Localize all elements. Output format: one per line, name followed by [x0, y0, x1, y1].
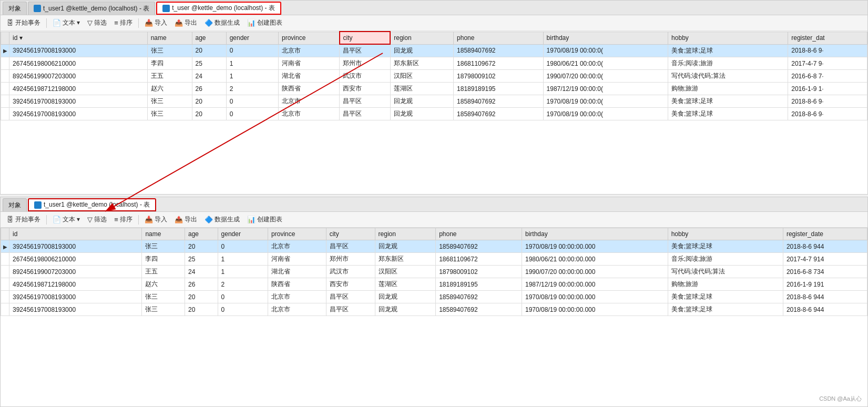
cell-register-dat: 2017-4-7 9·	[788, 57, 867, 70]
top-col-register-dat[interactable]: register_dat	[788, 32, 867, 44]
bottom-filter-label: 筛选	[94, 215, 107, 224]
bottom-filter-btn[interactable]: ▽ 筛选	[84, 214, 110, 225]
top-col-age[interactable]: age	[192, 32, 226, 44]
bottom-table-row[interactable]: 392456197008193000 张三 20 0 北京市 昌平区 回龙观 1…	[1, 303, 867, 316]
bottom-col-age[interactable]: age	[185, 228, 218, 240]
bottom-col-register-date[interactable]: register_date	[783, 228, 867, 240]
bottom-col-region[interactable]: region	[375, 228, 436, 240]
cell-birthday: 1980/06/21 00:00:0(	[543, 57, 668, 70]
bottom-table-row[interactable]: 892456199007203000 王五 24 1 湖北省 武汉市 汉阳区 1…	[1, 266, 867, 278]
top-table-row[interactable]: 492456198712198000 赵六 26 2 陕西省 西安市 莲湖区 1…	[1, 83, 867, 95]
bottom-chart-btn[interactable]: 📊 创建图表	[244, 214, 285, 225]
bottom-col-hobby[interactable]: hobby	[668, 228, 783, 240]
top-export-btn[interactable]: 📤 导出	[171, 17, 200, 28]
cell-register-dat: 2016-6-8 7·	[788, 70, 867, 83]
top-begin-transaction-btn[interactable]: 🗄 开始事务	[4, 17, 44, 28]
bottom-col-city[interactable]: city	[326, 228, 375, 240]
bottom-tab-objects[interactable]: 对象	[3, 198, 27, 211]
top-table-row[interactable]: 392456197008193000 张三 20 0 北京市 昌平区 回龙观 1…	[1, 108, 867, 120]
bottom-table-wrapper[interactable]: id name age gender province city region …	[1, 228, 867, 406]
cell-name: 李四	[147, 57, 192, 70]
top-divider-1	[46, 18, 47, 28]
top-col-province[interactable]: province	[279, 32, 340, 44]
top-text-btn[interactable]: 📄 文本 ▾	[49, 17, 83, 28]
cell-birthday: 1970/08/19 00:00:0(	[543, 108, 668, 120]
bottom-import-icon: 📥	[145, 216, 153, 223]
cell-register-dat: 2018-8-6 9·	[788, 108, 867, 120]
cell-id: 392456197008193000	[9, 291, 142, 303]
cell-region: 郑东新区	[375, 253, 436, 266]
top-tab-t-user1[interactable]: t_user1 @kettle_demo (localhost) - 表	[28, 2, 155, 15]
cell-name: 张三	[147, 108, 192, 120]
bottom-col-birthday[interactable]: birthday	[522, 228, 668, 240]
bottom-col-name[interactable]: name	[142, 228, 185, 240]
cell-region: 回龙观	[375, 303, 436, 316]
top-table-row[interactable]: 892456199007203000 王五 24 1 湖北省 武汉市 汉阳区 1…	[1, 70, 867, 83]
cell-phone: 18589407692	[454, 95, 543, 108]
top-tab-objects[interactable]: 对象	[3, 2, 27, 15]
top-col-name[interactable]: name	[147, 32, 192, 44]
cell-register-date: 2016-1-9 191	[783, 278, 867, 291]
top-tab-t-user[interactable]: t_user @kettle_demo (localhost) - 表	[156, 2, 281, 15]
bottom-col-province[interactable]: province	[268, 228, 326, 240]
top-filter-btn[interactable]: ▽ 筛选	[84, 17, 110, 28]
cell-name: 张三	[142, 303, 185, 316]
top-col-id[interactable]: id ▾	[9, 32, 148, 44]
bottom-table-row[interactable]: 267456198006210000 李四 25 1 河南省 郑州市 郑东新区 …	[1, 253, 867, 266]
bottom-tab-t-user1[interactable]: t_user1 @kettle_demo (localhost) - 表	[28, 198, 156, 211]
cell-province: 河南省	[268, 253, 326, 266]
row-marker	[1, 303, 9, 316]
top-tab-t-user1-icon	[34, 5, 41, 12]
top-tab-objects-label: 对象	[8, 4, 21, 13]
top-table-row[interactable]: 267456198006210000 李四 25 1 河南省 郑州市 郑东新区 …	[1, 57, 867, 70]
cell-age: 26	[192, 83, 226, 95]
text-icon: 📄	[53, 19, 61, 27]
top-col-hobby[interactable]: hobby	[668, 32, 788, 44]
top-datagen-btn[interactable]: 🔷 数据生成	[201, 17, 243, 28]
cell-name: 张三	[147, 44, 192, 57]
chart-label: 创建图表	[257, 18, 282, 27]
top-col-gender[interactable]: gender	[226, 32, 278, 44]
top-chart-btn[interactable]: 📊 创建图表	[244, 17, 285, 28]
top-table-row[interactable]: 392456197008193000 张三 20 0 北京市 昌平区 回龙观 1…	[1, 95, 867, 108]
top-tab-t-user-label: t_user @kettle_demo (localhost) - 表	[172, 4, 275, 13]
bottom-table-row[interactable]: 392456197008193000 张三 20 0 北京市 昌平区 回龙观 1…	[1, 291, 867, 303]
cell-birthday: 1990/07/20 00:00:00.000	[522, 266, 668, 278]
bottom-col-marker	[1, 228, 9, 240]
bottom-import-btn[interactable]: 📥 导入	[141, 214, 170, 225]
cell-city: 昌平区	[340, 108, 391, 120]
top-col-region[interactable]: region	[390, 32, 453, 44]
top-table-wrapper[interactable]: id ▾ name age gender province city regio…	[1, 31, 867, 194]
cell-birthday: 1970/08/19 00:00:0(	[543, 44, 668, 57]
bottom-col-phone[interactable]: phone	[436, 228, 522, 240]
bottom-begin-transaction-btn[interactable]: 🗄 开始事务	[4, 214, 44, 225]
bottom-datagen-icon: 🔷	[205, 216, 213, 223]
bottom-table-row[interactable]: ▶ 392456197008193000 张三 20 0 北京市 昌平区 回龙观…	[1, 240, 867, 253]
top-col-phone[interactable]: phone	[454, 32, 543, 44]
top-col-city[interactable]: city	[340, 32, 391, 44]
bottom-export-btn[interactable]: 📤 导出	[171, 214, 200, 225]
bottom-divider-2	[138, 215, 139, 225]
bottom-table-row[interactable]: 492456198712198000 赵六 26 2 陕西省 西安市 莲湖区 1…	[1, 278, 867, 291]
bottom-text-btn[interactable]: 📄 文本 ▾	[49, 214, 83, 225]
bottom-chart-label: 创建图表	[257, 215, 282, 224]
cell-hobby: 美食;篮球;足球	[668, 44, 788, 57]
top-panel: 对象 t_user1 @kettle_demo (localhost) - 表 …	[0, 0, 868, 195]
cell-province: 北京市	[279, 44, 340, 57]
bottom-sort-label: 排序	[120, 215, 132, 224]
top-import-btn[interactable]: 📥 导入	[141, 17, 170, 28]
cell-phone: 18189189195	[454, 83, 543, 95]
cell-gender: 2	[226, 83, 278, 95]
top-table-row[interactable]: ▶ 392456197008193000 张三 20 0 北京市 昌平区 回龙观…	[1, 44, 867, 57]
bottom-sort-btn[interactable]: ≡ 排序	[111, 214, 136, 225]
cell-province: 北京市	[279, 108, 340, 120]
text-label: 文本 ▾	[63, 18, 80, 27]
cell-region: 郑东新区	[390, 57, 453, 70]
cell-age: 20	[185, 303, 218, 316]
bottom-col-gender[interactable]: gender	[218, 228, 268, 240]
bottom-datagen-btn[interactable]: 🔷 数据生成	[201, 214, 243, 225]
bottom-col-id[interactable]: id	[9, 228, 142, 240]
top-col-birthday[interactable]: birthday	[543, 32, 668, 44]
cell-province: 北京市	[268, 303, 326, 316]
top-sort-btn[interactable]: ≡ 排序	[111, 17, 136, 28]
